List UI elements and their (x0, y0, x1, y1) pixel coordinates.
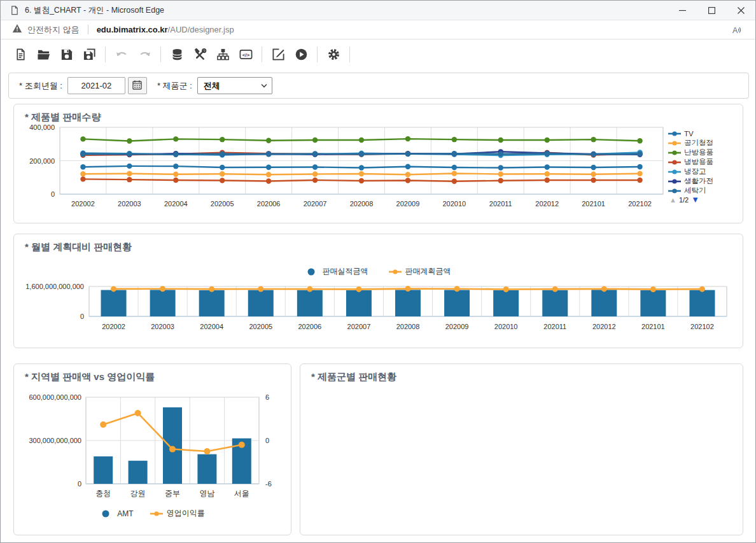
read-aloud-button[interactable]: A (732, 25, 744, 35)
product-select[interactable]: 전체 (197, 77, 272, 94)
toolbar-hierarchy-button[interactable] (213, 45, 232, 64)
panel-title: * 지역별 판매액 vs 영업이익률 (25, 371, 155, 383)
toolbar-edit-button[interactable] (269, 45, 288, 64)
legend-line-marker (668, 159, 681, 166)
settings-icon (327, 48, 340, 61)
legend-item: 냉방용품 (668, 157, 742, 167)
code-editor-icon: </> (239, 48, 253, 61)
svg-text:6: 6 (265, 393, 269, 401)
monthly-plan-vs-actual-panel: * 월별 계획대비 판매현황 판매실적금액판매계획금액 1,600,000,00… (13, 234, 743, 348)
svg-text:</>: </> (242, 52, 249, 58)
svg-text:강원: 강원 (130, 489, 146, 498)
legend-prev-icon[interactable]: ▲ (669, 196, 676, 204)
close-button[interactable] (726, 1, 755, 20)
svg-text:0: 0 (80, 313, 84, 320)
svg-text:400,000: 400,000 (29, 123, 55, 131)
toolbar-undo-button[interactable] (112, 45, 131, 64)
legend-item-label: 난방용품 (684, 148, 713, 157)
address-url[interactable]: edu.bimatrix.co.kr/AUD/designer.jsp (97, 25, 234, 34)
calendar-button[interactable] (128, 77, 147, 94)
window-controls (668, 1, 755, 20)
legend-pagination: ▲ 1/2 ▼ (669, 195, 699, 204)
undo-icon (115, 48, 129, 61)
url-domain: edu.bimatrix.co.kr (97, 25, 168, 34)
legend-item-label: 생활가전 (684, 176, 713, 186)
page-content: * 조회년월 : * 제품군 : 전체 * 제품별 판매수량 400,00020… (1, 71, 755, 542)
toolbar-new-document-button[interactable] (11, 45, 30, 64)
toolbar-separator (317, 46, 318, 62)
legend-item-label: 냉방용품 (684, 157, 713, 167)
tools-icon (193, 48, 207, 61)
svg-text:202012: 202012 (592, 323, 616, 330)
products-sales-panel: * 제품별 판매수량 400,000200,000020200220200320… (13, 104, 743, 223)
toolbar: </> (1, 39, 755, 69)
toolbar-database-button[interactable] (167, 45, 186, 64)
addressbar-divider (88, 25, 88, 34)
page-favicon-icon (10, 5, 19, 15)
svg-text:202005: 202005 (249, 323, 272, 330)
svg-text:202012: 202012 (535, 200, 559, 208)
region-sales-profit-panel: * 지역별 판매액 vs 영업이익률 600,000,000,000300,00… (13, 363, 291, 535)
hierarchy-icon (216, 48, 230, 61)
panel-title: * 월별 계획대비 판매현황 (25, 241, 132, 253)
svg-text:-6: -6 (265, 480, 272, 488)
toolbar-save-button[interactable] (57, 45, 76, 64)
svg-text:202003: 202003 (118, 200, 141, 208)
legend-item: 난방용품 (668, 148, 742, 157)
redo-icon (138, 48, 151, 61)
toolbar-tools-button[interactable] (190, 45, 209, 64)
panel-title: * 제품별 판매수량 (25, 111, 101, 123)
svg-text:충청: 충청 (95, 489, 111, 498)
security-label: 안전하지 않음 (27, 24, 80, 36)
product-filter-label: * 제품군 : (157, 80, 192, 92)
legend-line-marker (668, 168, 681, 176)
legend-next-icon[interactable]: ▼ (691, 195, 699, 204)
save-all-icon (83, 48, 96, 61)
toolbar-separator (160, 46, 161, 62)
legend-page-label: 1/2 (679, 196, 689, 204)
toolbar-redo-button[interactable] (135, 45, 154, 64)
legend-item-label: AMT (117, 509, 133, 518)
legend-item: 공기청정 (668, 138, 742, 148)
open-folder-icon (37, 48, 50, 61)
chart-legend: AMT영업이익률 (51, 508, 255, 519)
svg-text:202011: 202011 (543, 323, 566, 330)
svg-text:영남: 영남 (199, 489, 214, 498)
legend-line-marker (668, 187, 681, 195)
svg-text:202005: 202005 (211, 200, 234, 208)
svg-text:202009: 202009 (396, 200, 420, 208)
svg-text:202010: 202010 (494, 323, 518, 330)
svg-text:A: A (732, 25, 738, 34)
new-document-icon (14, 48, 27, 61)
legend-item-label: 공기청정 (684, 138, 713, 148)
product-group-sales-panel: * 제품군별 판매현황 (300, 363, 743, 535)
svg-text:서울: 서울 (234, 489, 249, 498)
svg-text:202003: 202003 (151, 323, 174, 330)
toolbar-settings-button[interactable] (324, 45, 343, 64)
svg-text:202004: 202004 (164, 200, 188, 208)
svg-text:1,600,000,000,000: 1,600,000,000,000 (25, 283, 84, 290)
toolbar-separator (105, 46, 106, 62)
legend-item-label: 세탁기 (684, 186, 706, 195)
svg-text:202102: 202102 (628, 200, 652, 208)
toolbar-code-editor-button[interactable]: </> (236, 45, 255, 64)
warning-icon (12, 24, 22, 36)
svg-text:202007: 202007 (304, 200, 327, 208)
toolbar-run-button[interactable] (291, 45, 311, 64)
svg-text:202008: 202008 (396, 323, 420, 330)
date-input[interactable] (67, 77, 125, 94)
legend-item: 생활가전 (668, 176, 742, 186)
site-security-button[interactable]: 안전하지 않음 (12, 24, 80, 36)
chevron-down-icon (261, 83, 267, 88)
database-icon (171, 48, 184, 61)
products-line-chart: 400,000200,00002020022020032020042020052… (14, 104, 743, 223)
legend-item: AMT (101, 509, 133, 518)
minimize-button[interactable] (668, 1, 697, 20)
run-icon (295, 48, 308, 61)
toolbar-open-folder-button[interactable] (34, 45, 53, 64)
toolbar-save-all-button[interactable] (80, 45, 99, 64)
maximize-button[interactable] (697, 1, 726, 20)
svg-text:300,000,000,000: 300,000,000,000 (29, 437, 81, 444)
svg-text:202006: 202006 (298, 323, 321, 330)
svg-text:202101: 202101 (641, 323, 665, 330)
